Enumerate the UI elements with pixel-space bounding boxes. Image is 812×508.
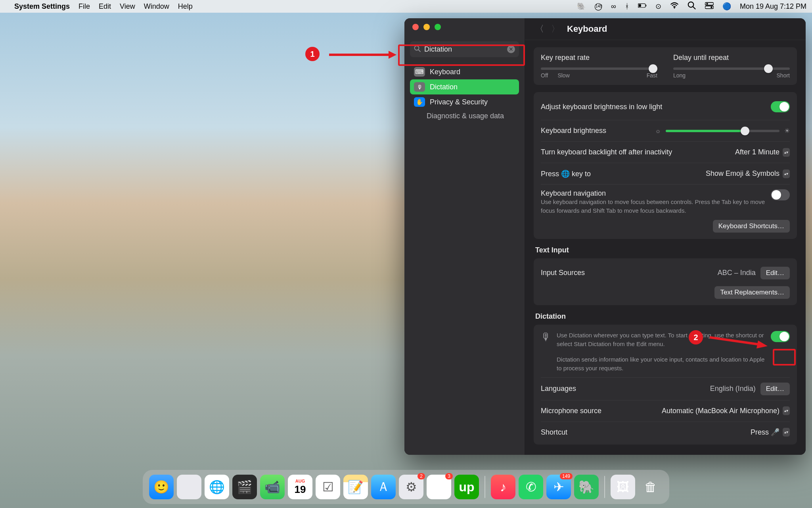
- spotlight-icon[interactable]: [688, 1, 696, 12]
- sidebar-item-label: Dictation: [430, 83, 458, 91]
- select-value: After 1 Minute: [735, 148, 779, 156]
- slider-label-short: Short: [777, 72, 790, 79]
- menu-view[interactable]: View: [120, 2, 135, 11]
- dock-evernote[interactable]: 🐘: [574, 475, 599, 499]
- dock-slack[interactable]: ✱3: [427, 475, 451, 499]
- backlight-off-select[interactable]: After 1 Minute ▴▾: [735, 148, 790, 157]
- select-value: Press 🎤: [751, 428, 779, 437]
- slider-label-slow: Slow: [557, 72, 569, 79]
- brightness-high-icon: ☀: [784, 127, 790, 135]
- mic-source-select[interactable]: Automatic (MacBook Air Microphone) ▴▾: [662, 406, 790, 415]
- menu-help[interactable]: Help: [178, 2, 193, 11]
- menubar: System Settings File Edit View Window He…: [0, 0, 812, 13]
- key-repeat-slider[interactable]: [541, 67, 657, 70]
- minimize-window-button[interactable]: [423, 24, 430, 30]
- sidebar-search: ✕: [410, 41, 519, 57]
- creative-cloud-icon[interactable]: ∞: [611, 2, 616, 11]
- chevron-updown-icon: ▴▾: [783, 169, 790, 178]
- siri-icon[interactable]: 🔵: [722, 2, 731, 11]
- select-value: Show Emoji & Symbols: [706, 169, 779, 178]
- evernote-status-icon[interactable]: 🐘: [577, 2, 586, 11]
- mic-source-label: Microphone source: [541, 407, 601, 415]
- dock-notes[interactable]: 📝: [343, 475, 368, 499]
- app-name[interactable]: System Settings: [14, 2, 70, 11]
- slider-label-fast: Fast: [647, 72, 657, 79]
- sidebar-item-privacy[interactable]: ✋ Privacy & Security: [410, 94, 519, 110]
- slider-label-long: Long: [673, 72, 686, 79]
- dock-divider: [604, 476, 605, 498]
- input-sources-edit-button[interactable]: Edit…: [760, 267, 790, 279]
- mic-icon: 🎙: [541, 331, 551, 343]
- input-sources-label: Input Sources: [541, 269, 585, 277]
- menu-window[interactable]: Window: [144, 2, 169, 11]
- dock-appstore[interactable]: Ａ: [371, 475, 396, 499]
- brightness-card: Adjust keyboard brightness in low light …: [534, 92, 797, 239]
- clear-search-icon[interactable]: ✕: [507, 45, 515, 53]
- dock-settings[interactable]: ⚙2: [399, 475, 423, 499]
- press-globe-label: Press 🌐 key to: [541, 169, 591, 178]
- playback-icon[interactable]: ⊙: [655, 2, 661, 11]
- kb-nav-desc: Use keyboard navigation to move focus be…: [541, 198, 765, 214]
- sidebar-item-label: Keyboard: [430, 68, 460, 76]
- battery-icon[interactable]: [638, 1, 647, 12]
- dock-trash[interactable]: 🗑: [638, 475, 663, 499]
- kb-brightness-slider[interactable]: [666, 130, 779, 132]
- dock-preview-doc[interactable]: 🖼: [611, 475, 635, 499]
- bluetooth-icon[interactable]: ᚼ: [625, 2, 629, 11]
- dock-facetime[interactable]: 📹: [260, 475, 285, 499]
- menu-edit[interactable]: Edit: [99, 2, 111, 11]
- counter-status-icon[interactable]: ◯149: [594, 2, 602, 11]
- dictation-desc: Use Dictation wherever you can type text…: [557, 332, 764, 347]
- menu-file[interactable]: File: [79, 2, 90, 11]
- keyboard-icon: ⌨: [414, 67, 425, 77]
- dock-upwork[interactable]: up: [454, 475, 479, 499]
- zoom-window-button[interactable]: [435, 24, 441, 30]
- forward-button: 〉: [551, 23, 560, 35]
- dock-launchpad[interactable]: [177, 475, 201, 499]
- annotation-badge-1: 1: [305, 47, 320, 61]
- control-center-icon[interactable]: [705, 1, 714, 12]
- delay-slider[interactable]: [673, 67, 790, 70]
- dock-calendar[interactable]: AUG19: [288, 475, 312, 499]
- shortcut-select[interactable]: Press 🎤 ▴▾: [751, 428, 790, 437]
- dictation-toggle[interactable]: [771, 331, 790, 342]
- search-input[interactable]: [410, 41, 519, 57]
- close-window-button[interactable]: [412, 24, 419, 30]
- clock[interactable]: Mon 19 Aug 7:12 PM: [740, 2, 806, 11]
- sidebar-item-diagnostic[interactable]: Diagnostic & usage data: [410, 110, 519, 123]
- svg-rect-1: [638, 4, 641, 6]
- annotation-arrow-1: [329, 51, 396, 59]
- wifi-icon[interactable]: [670, 1, 679, 12]
- input-sources-value: ABC – India: [718, 269, 756, 277]
- dock-music[interactable]: ♪: [491, 475, 515, 499]
- kb-brightness-label: Keyboard brightness: [541, 127, 606, 135]
- dock-telegram[interactable]: ✈149: [546, 475, 571, 499]
- back-button[interactable]: 〈: [535, 23, 544, 35]
- delay-label: Delay until repeat: [673, 54, 790, 62]
- text-replacements-button[interactable]: Text Replacements…: [714, 286, 790, 299]
- chevron-updown-icon: ▴▾: [783, 428, 790, 437]
- mic-icon: 🎙: [414, 82, 425, 92]
- auto-brightness-toggle[interactable]: [771, 101, 790, 112]
- dock-finder[interactable]: 🙂: [149, 475, 174, 499]
- key-repeat-card: Key repeat rate Off Slow Fast Delay unti…: [534, 47, 797, 85]
- keyboard-shortcuts-button[interactable]: Keyboard Shortcuts…: [713, 220, 790, 233]
- svg-line-5: [693, 6, 695, 9]
- dock-finalcut[interactable]: 🎬: [232, 475, 257, 499]
- press-globe-select[interactable]: Show Emoji & Symbols ▴▾: [706, 169, 790, 178]
- kb-nav-toggle[interactable]: [771, 189, 790, 200]
- slider-label-off: Off: [541, 72, 548, 79]
- text-input-heading: Text Input: [535, 246, 795, 254]
- page-title: Keyboard: [567, 24, 607, 34]
- backlight-off-label: Turn keyboard backlight off after inacti…: [541, 148, 672, 156]
- languages-edit-button[interactable]: Edit…: [760, 383, 790, 395]
- dictation-card: 🎙 Use Dictation wherever you can type te…: [534, 325, 797, 444]
- settings-window: ✕ ⌨ Keyboard 🎙 Dictation ✋ Privacy & Sec…: [404, 18, 806, 455]
- sidebar: ✕ ⌨ Keyboard 🎙 Dictation ✋ Privacy & Sec…: [404, 18, 525, 455]
- dock-chrome[interactable]: 🌐: [205, 475, 229, 499]
- dock-whatsapp[interactable]: ✆: [519, 475, 543, 499]
- dock-reminders[interactable]: ☑︎: [316, 475, 340, 499]
- sidebar-item-dictation[interactable]: 🎙 Dictation: [410, 79, 519, 94]
- sidebar-item-keyboard[interactable]: ⌨ Keyboard: [410, 64, 519, 79]
- svg-rect-2: [646, 4, 647, 6]
